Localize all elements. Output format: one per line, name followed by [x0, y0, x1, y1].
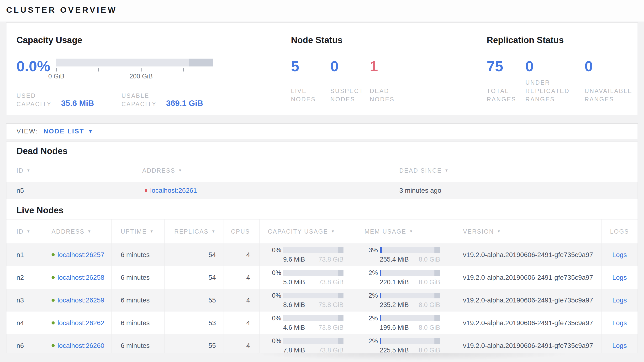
- sort-desc-icon[interactable]: ▼: [150, 229, 154, 234]
- sort-desc-icon[interactable]: ▼: [409, 229, 414, 234]
- node-address-link[interactable]: localhost:26259: [58, 296, 104, 304]
- axis-tick-label: 200 GiB: [129, 73, 153, 80]
- page-header: CLUSTER OVERVIEW: [0, 0, 644, 22]
- logs-link[interactable]: Logs: [612, 296, 627, 304]
- sort-desc-icon[interactable]: ▼: [497, 229, 501, 234]
- node-version: v19.2.0-alpha.20190606-2491-gfe735c9a97: [453, 311, 602, 334]
- logs-link[interactable]: Logs: [612, 319, 627, 327]
- axis-tick: [183, 68, 184, 72]
- node-version: v19.2.0-alpha.20190606-2491-gfe735c9a97: [453, 334, 602, 353]
- dead-col-address-header[interactable]: ADDRESS ▼: [134, 159, 391, 182]
- mem-meter: [380, 270, 440, 276]
- node-logs-cell: Logs: [602, 334, 638, 353]
- sort-desc-icon[interactable]: ▼: [178, 168, 182, 173]
- sort-desc-icon[interactable]: ▼: [212, 229, 216, 234]
- capacity-meter: [283, 338, 344, 344]
- node-cpus: 4: [224, 243, 260, 266]
- node-id: n2: [6, 266, 41, 289]
- node-uptime: 6 minutes: [112, 334, 165, 353]
- capacity-percent-label: 0%: [260, 337, 281, 345]
- node-mem-cell: 2% 199.6 MiB 8.0 GiB: [356, 311, 453, 334]
- node-id: n3: [6, 289, 41, 311]
- dropdown-caret-icon[interactable]: ▼: [88, 129, 93, 134]
- live-nodes-heading: Live Nodes: [6, 199, 638, 219]
- under-replicated-ranges-stat: 0 UNDER-REPLICATED RANGES: [525, 59, 584, 104]
- node-version: v19.2.0-alpha.20190606-2491-gfe735c9a97: [453, 266, 602, 289]
- capacity-meter-reserved-segment: [338, 338, 344, 344]
- live-status-dot-icon: [52, 321, 55, 324]
- node-uptime: 6 minutes: [112, 311, 165, 334]
- dead-status-dot-icon: [145, 189, 147, 192]
- dead-col-id-header[interactable]: ID ▼: [6, 159, 134, 182]
- unavailable-ranges-count: 0: [584, 59, 635, 74]
- view-selector-bar: VIEW: NODE LIST ▼: [6, 123, 638, 139]
- dead-col-deadsince-header[interactable]: DEAD SINCE ▼: [391, 159, 638, 182]
- dead-node-id: n5: [6, 182, 134, 199]
- capacity-percent: 0.0%: [16, 59, 56, 74]
- capacity-meter-reserved-segment: [338, 293, 344, 298]
- logs-link[interactable]: Logs: [612, 251, 627, 259]
- used-capacity-value: 35.6 MiB: [61, 98, 94, 108]
- node-address-link[interactable]: localhost:26262: [58, 319, 104, 327]
- capacity-total-value: 73.8 GiB: [318, 256, 344, 263]
- live-col-mem-header[interactable]: MEM USAGE ▼: [356, 220, 453, 243]
- sort-desc-icon[interactable]: ▼: [87, 229, 92, 234]
- mem-percent-label: 2%: [356, 269, 378, 277]
- node-logs-cell: Logs: [602, 311, 638, 334]
- capacity-percent-label: 0%: [260, 315, 281, 322]
- node-uptime: 6 minutes: [112, 266, 165, 289]
- live-col-capacity-header[interactable]: CAPACITY USAGE ▼: [260, 220, 356, 243]
- page-title: CLUSTER OVERVIEW: [6, 5, 644, 15]
- view-dropdown[interactable]: NODE LIST ▼: [44, 128, 93, 135]
- view-dropdown-value[interactable]: NODE LIST: [44, 128, 84, 135]
- under-replicated-label: UNDER-REPLICATED RANGES: [525, 78, 584, 104]
- dead-nodes-count: 1: [370, 59, 409, 74]
- mem-meter: [380, 247, 440, 253]
- live-col-version-header[interactable]: VERSION ▼: [453, 220, 602, 243]
- usable-capacity-label: USABLE CAPACITY: [122, 92, 163, 108]
- node-address-cell: localhost:26260: [41, 334, 112, 353]
- mem-meter-reserved-segment: [434, 247, 440, 253]
- mem-total-value: 8.0 GiB: [419, 324, 440, 331]
- capacity-usage-chart: 0.0% 0 GiB 200 GiB: [16, 59, 231, 74]
- live-col-uptime-header[interactable]: UPTIME ▼: [112, 220, 165, 243]
- live-col-id-header[interactable]: ID ▼: [6, 220, 41, 243]
- capacity-meter-reserved-segment: [338, 247, 344, 253]
- replication-stats: 75 TOTAL RANGES 0 UNDER-REPLICATED RANGE…: [487, 59, 635, 104]
- mem-meter: [380, 338, 440, 344]
- node-address-link[interactable]: localhost:26261: [150, 187, 197, 194]
- node-capacity-cell: 0% 4.6 MiB 73.8 GiB: [260, 311, 356, 334]
- node-logs-cell: Logs: [602, 266, 638, 289]
- mem-meter-fill: [380, 338, 381, 344]
- node-address-cell: localhost:26262: [41, 311, 112, 334]
- live-col-address-header[interactable]: ADDRESS ▼: [41, 220, 112, 243]
- node-address-link[interactable]: localhost:26258: [58, 274, 104, 281]
- live-nodes-count: 5: [291, 59, 330, 74]
- dead-nodes-stat: 1 DEAD NODES: [370, 59, 409, 104]
- sort-desc-icon[interactable]: ▼: [26, 168, 31, 173]
- sort-desc-icon[interactable]: ▼: [445, 168, 449, 173]
- node-logs-cell: Logs: [602, 243, 638, 266]
- mem-total-value: 8.0 GiB: [419, 301, 440, 309]
- table-row: n6 localhost:26260 6 minutes 55 4 0% 7.8…: [6, 334, 638, 353]
- capacity-meter: [283, 270, 344, 276]
- logs-link[interactable]: Logs: [612, 274, 627, 281]
- sort-desc-icon[interactable]: ▼: [331, 229, 335, 234]
- unavailable-ranges-label: UNAVAILABLE RANGES: [584, 87, 635, 104]
- node-logs-cell: Logs: [602, 289, 638, 311]
- cluster-summary-card: Capacity Usage 0.0% 0 GiB 200 GiB: [6, 23, 638, 115]
- logs-link[interactable]: Logs: [612, 342, 627, 349]
- node-address-link[interactable]: localhost:26257: [58, 251, 104, 259]
- capacity-used-value: 7.8 MiB: [283, 347, 305, 353]
- sort-desc-icon[interactable]: ▼: [26, 229, 31, 234]
- node-replicas: 53: [165, 311, 224, 334]
- axis-tick: [98, 68, 99, 72]
- table-row: n3 localhost:26259 6 minutes 55 4 0% 8.6…: [6, 289, 638, 311]
- node-address-link[interactable]: localhost:26260: [58, 342, 104, 349]
- node-cpus: 4: [224, 334, 260, 353]
- live-col-logs-header: LOGS: [602, 220, 638, 243]
- capacity-axis-ticks: 0 GiB 200 GiB: [56, 67, 213, 72]
- live-col-replicas-header[interactable]: REPLICAS ▼: [165, 220, 224, 243]
- mem-used-value: 225.5 MiB: [380, 347, 409, 353]
- mem-meter-reserved-segment: [434, 315, 440, 321]
